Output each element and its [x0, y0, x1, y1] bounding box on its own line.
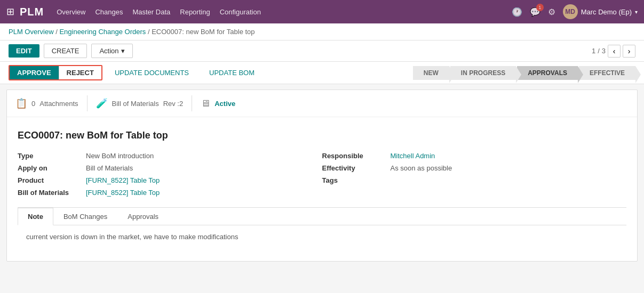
apply-on-value: Bill of Materials [86, 164, 133, 172]
pagination-current: 1 [592, 47, 595, 55]
apply-on-label: Apply on [18, 164, 82, 172]
nav-right: 🕐 💬 1 ⚙ MD Marc Demo (Ep) ▾ [512, 4, 638, 19]
create-button[interactable]: CREATE [44, 44, 88, 58]
approve-button[interactable]: APPROVE [10, 66, 59, 79]
responsible-value[interactable]: Mitchell Admin [391, 152, 435, 160]
update-documents-button[interactable]: UPDATE DOCUMENTS [107, 66, 197, 80]
type-label: Type [18, 152, 82, 160]
form-right: Responsible Mitchell Admin Effectivity A… [322, 152, 627, 197]
user-menu[interactable]: MD Marc Demo (Ep) ▾ [563, 4, 638, 19]
breadcrumb: PLM Overview / Engineering Change Orders… [0, 23, 644, 40]
form-row-product: Product [FURN_8522] Table Top [18, 176, 322, 184]
active-info: 🖥 Active [201, 98, 235, 109]
reject-button[interactable]: REJECT [59, 66, 101, 79]
action-label: Action [99, 47, 118, 55]
approve-bar: APPROVE REJECT UPDATE DOCUMENTS UPDATE B… [0, 62, 644, 84]
form-row-type: Type New BoM introduction [18, 152, 322, 160]
bom-icon: 🧪 [96, 97, 108, 109]
nav-links: Overview Changes Master Data Reporting C… [57, 8, 511, 16]
attachments-info: 📋 0 Attachments [15, 97, 78, 109]
bom-rev: Rev :2 [163, 100, 184, 108]
nav-reporting[interactable]: Reporting [180, 8, 210, 16]
pagination-next-button[interactable]: › [623, 45, 635, 58]
pagination: 1 / 3 ‹ › [592, 45, 635, 58]
effectivity-value: As soon as possible [391, 164, 452, 172]
user-name: Marc Demo (Ep) [581, 8, 632, 16]
form-row-effectivity: Effectivity As soon as possible [322, 164, 627, 172]
form-row-bom: Bill of Materials [FURN_8522] Table Top [18, 189, 322, 197]
attachments-count: 0 [31, 100, 35, 108]
status-effective[interactable]: EFFECTIVE [579, 66, 635, 80]
form-area: ECO0007: new BoM for Table top Type New … [7, 117, 637, 261]
bom-field-value[interactable]: [FURN_8522] Table Top [86, 189, 160, 197]
attachments-label: Attachments [39, 100, 78, 108]
status-new[interactable]: NEW [413, 66, 449, 80]
approve-reject-group: APPROVE REJECT [9, 65, 102, 80]
tags-label: Tags [322, 176, 386, 184]
info-separator-2 [192, 95, 192, 111]
tab-content-note: current version is down in the market, w… [18, 225, 626, 248]
note-text: current version is down in the market, w… [26, 233, 238, 241]
pagination-total: 3 [602, 47, 606, 55]
breadcrumb-eco-list[interactable]: Engineering Change Orders [59, 28, 146, 36]
form-left: Type New BoM introduction Apply on Bill … [18, 152, 322, 197]
attachments-icon: 📋 [15, 97, 27, 109]
tab-note[interactable]: Note [18, 208, 53, 225]
type-value: New BoM introduction [86, 152, 154, 160]
app-grid-icon[interactable]: ⊞ [6, 6, 14, 18]
pagination-separator: / [598, 47, 600, 55]
bom-label: Bill of Materials [112, 100, 159, 108]
info-separator-1 [87, 95, 88, 111]
bom-field-label: Bill of Materials [18, 189, 82, 197]
nav-configuration[interactable]: Configuration [220, 8, 261, 16]
clock-icon[interactable]: 🕐 [512, 7, 522, 17]
tabs-bar: Note BoM Changes Approvals [18, 207, 626, 225]
active-icon: 🖥 [201, 98, 210, 109]
nav-master-data[interactable]: Master Data [132, 8, 170, 16]
status-pipeline: NEW IN PROGRESS APPROVALS EFFECTIVE [413, 66, 635, 80]
action-bar: EDIT CREATE Action ▾ 1 / 3 ‹ › [0, 40, 644, 62]
status-approvals[interactable]: APPROVALS [517, 66, 578, 80]
active-badge: Active [214, 100, 235, 108]
settings-icon[interactable]: ⚙ [548, 7, 555, 17]
breadcrumb-current: ECO0007: new BoM for Table top [152, 28, 255, 36]
info-row: 📋 0 Attachments 🧪 Bill of Materials Rev … [7, 90, 637, 117]
nav-changes[interactable]: Changes [95, 8, 123, 16]
form-row-tags: Tags [322, 176, 627, 184]
action-chevron-icon: ▾ [121, 47, 125, 55]
user-chevron: ▾ [635, 9, 638, 15]
action-button[interactable]: Action ▾ [91, 44, 132, 58]
status-in-progress[interactable]: IN PROGRESS [450, 66, 516, 80]
content-area: 📋 0 Attachments 🧪 Bill of Materials Rev … [6, 89, 638, 262]
nav-overview[interactable]: Overview [57, 8, 85, 16]
form-row-responsible: Responsible Mitchell Admin [322, 152, 627, 160]
product-value[interactable]: [FURN_8522] Table Top [86, 176, 160, 184]
breadcrumb-plm-overview[interactable]: PLM Overview [9, 28, 54, 36]
avatar: MD [563, 4, 578, 19]
tab-bom-changes[interactable]: BoM Changes [53, 208, 117, 225]
product-label: Product [18, 176, 82, 184]
top-navigation: ⊞ PLM Overview Changes Master Data Repor… [0, 0, 644, 23]
edit-button[interactable]: EDIT [9, 44, 39, 58]
pagination-prev-button[interactable]: ‹ [608, 45, 621, 58]
form-title: ECO0007: new BoM for Table top [18, 130, 626, 141]
app-title: PLM [20, 6, 44, 18]
responsible-label: Responsible [322, 152, 386, 160]
form-row-apply-on: Apply on Bill of Materials [18, 164, 322, 172]
chat-icon-wrap[interactable]: 💬 1 [530, 7, 540, 17]
effectivity-label: Effectivity [322, 164, 386, 172]
form-grid: Type New BoM introduction Apply on Bill … [18, 152, 626, 197]
tab-approvals[interactable]: Approvals [117, 208, 169, 225]
update-bom-button[interactable]: UPDATE BOM [201, 66, 263, 80]
chat-badge: 1 [536, 4, 544, 11]
bom-info: 🧪 Bill of Materials Rev :2 [96, 97, 184, 109]
